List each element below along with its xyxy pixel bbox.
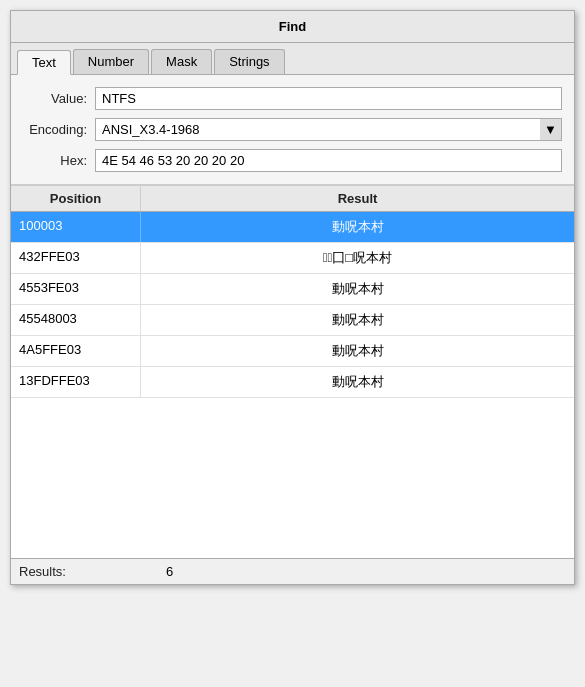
cell-position: 45548003 <box>11 305 141 335</box>
encoding-select[interactable]: ANSI_X3.4-1968 UTF-8 UTF-16 UTF-32 <box>95 118 562 141</box>
status-bar: Results: 6 <box>11 558 574 584</box>
results-table: Position Result 100003 動呪本村 432FFE03 囗⃝囗… <box>11 185 574 558</box>
hex-label: Hex: <box>23 153 95 168</box>
cell-result: 動呪本村 <box>141 367 574 397</box>
cell-result: 動呪本村 <box>141 212 574 242</box>
results-count: 6 <box>166 564 173 579</box>
cell-result: 動呪本村 <box>141 305 574 335</box>
table-row[interactable]: 13FDFFE03 動呪本村 <box>11 367 574 398</box>
table-header: Position Result <box>11 185 574 212</box>
form-area: Value: Encoding: ANSI_X3.4-1968 UTF-8 UT… <box>11 75 574 185</box>
encoding-wrapper: ANSI_X3.4-1968 UTF-8 UTF-16 UTF-32 ▼ <box>95 118 562 141</box>
cell-result: 囗⃝囗□呪本村 <box>141 243 574 273</box>
table-body: 100003 動呪本村 432FFE03 囗⃝囗□呪本村 4553FE03 動呪… <box>11 212 574 558</box>
cell-result: 動呪本村 <box>141 336 574 366</box>
empty-area <box>11 398 574 558</box>
tab-mask[interactable]: Mask <box>151 49 212 74</box>
tab-bar: Text Number Mask Strings <box>11 43 574 75</box>
cell-result: 動呪本村 <box>141 274 574 304</box>
hex-row: Hex: <box>23 149 562 172</box>
cell-position: 13FDFFE03 <box>11 367 141 397</box>
cell-position: 100003 <box>11 212 141 242</box>
value-label: Value: <box>23 91 95 106</box>
table-row[interactable]: 4A5FFE03 動呪本村 <box>11 336 574 367</box>
col-header-result: Result <box>141 186 574 211</box>
table-row[interactable]: 432FFE03 囗⃝囗□呪本村 <box>11 243 574 274</box>
table-row[interactable]: 45548003 動呪本村 <box>11 305 574 336</box>
find-dialog: Find Text Number Mask Strings Value: Enc… <box>10 10 575 585</box>
cell-position: 432FFE03 <box>11 243 141 273</box>
tab-strings[interactable]: Strings <box>214 49 284 74</box>
encoding-row: Encoding: ANSI_X3.4-1968 UTF-8 UTF-16 UT… <box>23 118 562 141</box>
results-label: Results: <box>19 564 66 579</box>
col-header-position: Position <box>11 186 141 211</box>
cell-position: 4553FE03 <box>11 274 141 304</box>
tab-text[interactable]: Text <box>17 50 71 75</box>
value-input[interactable] <box>95 87 562 110</box>
window-title: Find <box>11 11 574 43</box>
encoding-label: Encoding: <box>23 122 95 137</box>
value-row: Value: <box>23 87 562 110</box>
hex-input[interactable] <box>95 149 562 172</box>
cell-position: 4A5FFE03 <box>11 336 141 366</box>
table-row[interactable]: 100003 動呪本村 <box>11 212 574 243</box>
table-row[interactable]: 4553FE03 動呪本村 <box>11 274 574 305</box>
tab-number[interactable]: Number <box>73 49 149 74</box>
